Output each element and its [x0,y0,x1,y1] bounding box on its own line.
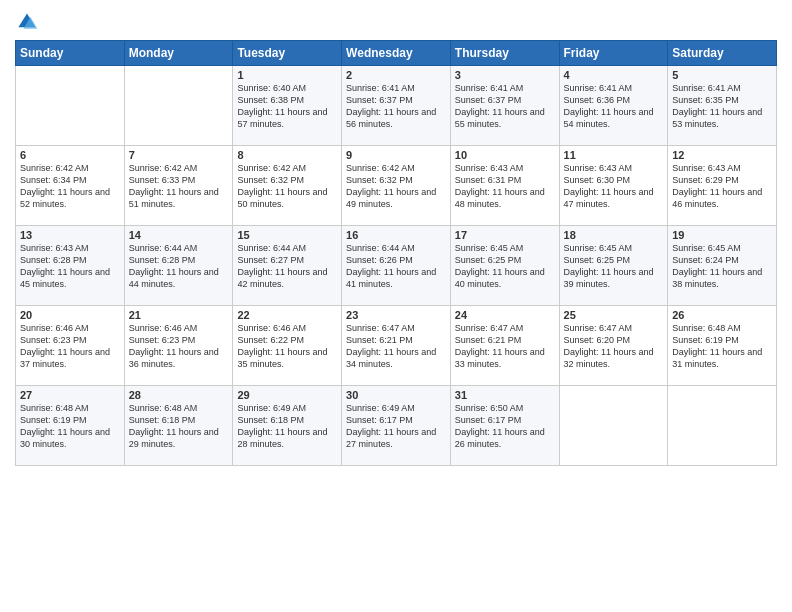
day-number: 25 [564,309,664,321]
day-info: Sunrise: 6:44 AMSunset: 6:28 PMDaylight:… [129,242,229,291]
day-number: 18 [564,229,664,241]
day-number: 22 [237,309,337,321]
weekday-header: Monday [124,41,233,66]
calendar-week-row: 1Sunrise: 6:40 AMSunset: 6:38 PMDaylight… [16,66,777,146]
calendar-cell [16,66,125,146]
calendar-cell: 30Sunrise: 6:49 AMSunset: 6:17 PMDayligh… [342,386,451,466]
calendar-cell: 2Sunrise: 6:41 AMSunset: 6:37 PMDaylight… [342,66,451,146]
calendar-cell: 14Sunrise: 6:44 AMSunset: 6:28 PMDayligh… [124,226,233,306]
weekday-header: Sunday [16,41,125,66]
calendar-cell: 1Sunrise: 6:40 AMSunset: 6:38 PMDaylight… [233,66,342,146]
calendar-cell: 8Sunrise: 6:42 AMSunset: 6:32 PMDaylight… [233,146,342,226]
day-number: 6 [20,149,120,161]
calendar-cell: 24Sunrise: 6:47 AMSunset: 6:21 PMDayligh… [450,306,559,386]
calendar-header: SundayMondayTuesdayWednesdayThursdayFrid… [16,41,777,66]
day-info: Sunrise: 6:46 AMSunset: 6:23 PMDaylight:… [20,322,120,371]
day-number: 26 [672,309,772,321]
day-info: Sunrise: 6:42 AMSunset: 6:34 PMDaylight:… [20,162,120,211]
day-number: 20 [20,309,120,321]
day-info: Sunrise: 6:44 AMSunset: 6:27 PMDaylight:… [237,242,337,291]
day-number: 8 [237,149,337,161]
weekday-header: Tuesday [233,41,342,66]
day-number: 14 [129,229,229,241]
day-info: Sunrise: 6:41 AMSunset: 6:35 PMDaylight:… [672,82,772,131]
calendar-cell: 12Sunrise: 6:43 AMSunset: 6:29 PMDayligh… [668,146,777,226]
calendar-cell: 29Sunrise: 6:49 AMSunset: 6:18 PMDayligh… [233,386,342,466]
calendar-cell: 16Sunrise: 6:44 AMSunset: 6:26 PMDayligh… [342,226,451,306]
calendar-week-row: 13Sunrise: 6:43 AMSunset: 6:28 PMDayligh… [16,226,777,306]
calendar-cell: 26Sunrise: 6:48 AMSunset: 6:19 PMDayligh… [668,306,777,386]
day-number: 2 [346,69,446,81]
calendar-cell: 9Sunrise: 6:42 AMSunset: 6:32 PMDaylight… [342,146,451,226]
logo-icon [15,10,39,34]
calendar-week-row: 6Sunrise: 6:42 AMSunset: 6:34 PMDaylight… [16,146,777,226]
day-number: 24 [455,309,555,321]
calendar-week-row: 27Sunrise: 6:48 AMSunset: 6:19 PMDayligh… [16,386,777,466]
day-info: Sunrise: 6:50 AMSunset: 6:17 PMDaylight:… [455,402,555,451]
day-number: 7 [129,149,229,161]
calendar-cell: 25Sunrise: 6:47 AMSunset: 6:20 PMDayligh… [559,306,668,386]
calendar-cell [559,386,668,466]
day-info: Sunrise: 6:45 AMSunset: 6:25 PMDaylight:… [564,242,664,291]
day-number: 16 [346,229,446,241]
day-number: 23 [346,309,446,321]
main-container: SundayMondayTuesdayWednesdayThursdayFrid… [0,0,792,476]
calendar-cell: 22Sunrise: 6:46 AMSunset: 6:22 PMDayligh… [233,306,342,386]
day-info: Sunrise: 6:43 AMSunset: 6:30 PMDaylight:… [564,162,664,211]
calendar-cell: 20Sunrise: 6:46 AMSunset: 6:23 PMDayligh… [16,306,125,386]
day-info: Sunrise: 6:43 AMSunset: 6:31 PMDaylight:… [455,162,555,211]
day-info: Sunrise: 6:42 AMSunset: 6:32 PMDaylight:… [237,162,337,211]
day-number: 31 [455,389,555,401]
day-number: 27 [20,389,120,401]
weekday-header: Friday [559,41,668,66]
day-info: Sunrise: 6:49 AMSunset: 6:18 PMDaylight:… [237,402,337,451]
day-number: 1 [237,69,337,81]
calendar-cell: 19Sunrise: 6:45 AMSunset: 6:24 PMDayligh… [668,226,777,306]
day-info: Sunrise: 6:47 AMSunset: 6:21 PMDaylight:… [455,322,555,371]
day-info: Sunrise: 6:46 AMSunset: 6:23 PMDaylight:… [129,322,229,371]
calendar-body: 1Sunrise: 6:40 AMSunset: 6:38 PMDaylight… [16,66,777,466]
day-info: Sunrise: 6:47 AMSunset: 6:21 PMDaylight:… [346,322,446,371]
day-number: 5 [672,69,772,81]
day-number: 17 [455,229,555,241]
calendar-cell: 7Sunrise: 6:42 AMSunset: 6:33 PMDaylight… [124,146,233,226]
calendar-cell: 5Sunrise: 6:41 AMSunset: 6:35 PMDaylight… [668,66,777,146]
calendar-cell: 21Sunrise: 6:46 AMSunset: 6:23 PMDayligh… [124,306,233,386]
day-info: Sunrise: 6:47 AMSunset: 6:20 PMDaylight:… [564,322,664,371]
day-info: Sunrise: 6:48 AMSunset: 6:19 PMDaylight:… [672,322,772,371]
day-info: Sunrise: 6:40 AMSunset: 6:38 PMDaylight:… [237,82,337,131]
day-info: Sunrise: 6:46 AMSunset: 6:22 PMDaylight:… [237,322,337,371]
calendar-cell: 17Sunrise: 6:45 AMSunset: 6:25 PMDayligh… [450,226,559,306]
weekday-header: Wednesday [342,41,451,66]
calendar-cell: 11Sunrise: 6:43 AMSunset: 6:30 PMDayligh… [559,146,668,226]
calendar-cell: 28Sunrise: 6:48 AMSunset: 6:18 PMDayligh… [124,386,233,466]
calendar-cell [124,66,233,146]
day-number: 19 [672,229,772,241]
calendar-cell: 27Sunrise: 6:48 AMSunset: 6:19 PMDayligh… [16,386,125,466]
day-info: Sunrise: 6:49 AMSunset: 6:17 PMDaylight:… [346,402,446,451]
day-number: 4 [564,69,664,81]
calendar-table: SundayMondayTuesdayWednesdayThursdayFrid… [15,40,777,466]
day-info: Sunrise: 6:45 AMSunset: 6:25 PMDaylight:… [455,242,555,291]
calendar-cell: 31Sunrise: 6:50 AMSunset: 6:17 PMDayligh… [450,386,559,466]
calendar-cell: 6Sunrise: 6:42 AMSunset: 6:34 PMDaylight… [16,146,125,226]
day-info: Sunrise: 6:41 AMSunset: 6:37 PMDaylight:… [455,82,555,131]
logo [15,10,43,34]
day-number: 9 [346,149,446,161]
day-number: 11 [564,149,664,161]
day-info: Sunrise: 6:45 AMSunset: 6:24 PMDaylight:… [672,242,772,291]
day-number: 15 [237,229,337,241]
day-number: 21 [129,309,229,321]
weekday-header: Saturday [668,41,777,66]
day-info: Sunrise: 6:42 AMSunset: 6:32 PMDaylight:… [346,162,446,211]
day-number: 29 [237,389,337,401]
header-row [15,10,777,34]
day-info: Sunrise: 6:44 AMSunset: 6:26 PMDaylight:… [346,242,446,291]
calendar-cell: 3Sunrise: 6:41 AMSunset: 6:37 PMDaylight… [450,66,559,146]
day-info: Sunrise: 6:41 AMSunset: 6:37 PMDaylight:… [346,82,446,131]
calendar-cell [668,386,777,466]
day-info: Sunrise: 6:42 AMSunset: 6:33 PMDaylight:… [129,162,229,211]
calendar-cell: 23Sunrise: 6:47 AMSunset: 6:21 PMDayligh… [342,306,451,386]
weekday-row: SundayMondayTuesdayWednesdayThursdayFrid… [16,41,777,66]
calendar-cell: 15Sunrise: 6:44 AMSunset: 6:27 PMDayligh… [233,226,342,306]
